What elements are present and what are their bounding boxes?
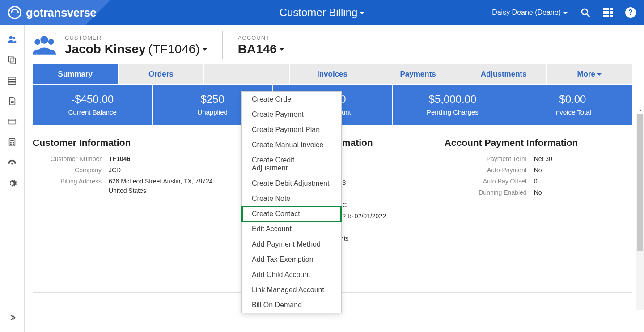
stat-card: -$450.00Current Balance	[33, 85, 153, 125]
menu-item-bill-on-demand[interactable]: Bill On Demand	[242, 298, 341, 313]
svg-rect-8	[8, 82, 16, 85]
sidebar-card-icon[interactable]	[4, 114, 20, 130]
help-icon[interactable]: ?	[625, 7, 636, 18]
tabs: SummaryOrdersInvoicesPaymentsAdjustments…	[33, 64, 632, 84]
info-value: JCD	[109, 166, 220, 175]
sidebar-settings-icon[interactable]	[4, 175, 20, 192]
stat-label: Invoice Total	[513, 108, 632, 116]
info-row: Billing Address626 McLeod Street Austin,…	[33, 177, 220, 196]
customer-label: CUSTOMER	[65, 34, 207, 41]
sidebar	[0, 25, 25, 332]
account-name-dropdown[interactable]: BA146	[238, 42, 284, 56]
info-row: Dunning EnabledNo	[445, 188, 632, 197]
info-key: Dunning Enabled	[445, 188, 534, 197]
sidebar-calculator-icon[interactable]	[4, 134, 20, 150]
caret-down-icon	[280, 48, 284, 53]
svg-point-13	[10, 142, 11, 143]
menu-item-add-child-account[interactable]: Add Child Account	[242, 267, 341, 282]
customer-info-col: Customer Information Customer NumberTF10…	[33, 137, 220, 279]
payment-info-col: Account Payment Information Payment Term…	[445, 137, 632, 279]
info-value: No	[534, 188, 632, 197]
tab-hidden[interactable]	[204, 64, 290, 84]
caret-down-icon	[359, 12, 364, 17]
info-row: CompanyJCD	[33, 166, 220, 175]
caret-down-icon	[563, 12, 568, 17]
menu-item-create-contact[interactable]: Create Contact	[242, 206, 341, 221]
info-key: Billing Address	[33, 177, 109, 196]
info-value: TF1046	[109, 154, 220, 164]
customer-name-dropdown[interactable]: Jacob Kinsey (TF1046)	[65, 42, 207, 56]
caret-down-icon	[203, 48, 207, 53]
info-row: Customer NumberTF1046	[33, 154, 220, 164]
sidebar-dashboard-icon[interactable]	[4, 155, 20, 171]
svg-point-17	[11, 163, 13, 165]
menu-item-create-note[interactable]: Create Note	[242, 191, 341, 206]
brand[interactable]: gotransverse	[0, 6, 96, 20]
tab-adjustments[interactable]: Adjustments	[461, 64, 547, 84]
customer-id: (TF1046)	[148, 42, 200, 56]
user-display: Daisy Deane (Deane)	[492, 9, 561, 17]
svg-rect-11	[9, 139, 15, 146]
svg-rect-7	[8, 80, 16, 82]
svg-point-15	[10, 144, 11, 145]
stat-card: $5,000.00Pending Charges	[393, 85, 513, 125]
scrollbar-up-icon[interactable]: ▲	[636, 106, 644, 114]
info-value: 0	[534, 177, 632, 186]
info-key: Auto-Payment	[445, 166, 534, 175]
app-title-dropdown[interactable]: Customer Billing	[280, 6, 365, 19]
menu-item-create-payment[interactable]: Create Payment	[242, 107, 341, 122]
brand-logo-icon	[8, 6, 21, 19]
svg-point-19	[34, 39, 40, 45]
account-label: ACCOUNT	[238, 34, 284, 41]
tab-more[interactable]: More	[547, 64, 632, 84]
sidebar-expand-icon[interactable]	[4, 310, 20, 326]
search-icon[interactable]	[580, 8, 590, 17]
menu-item-create-credit-adjustment[interactable]: Create Credit Adjustment	[242, 153, 341, 176]
stat-value: $5,000.00	[393, 93, 512, 106]
brand-name: gotransverse	[26, 6, 96, 20]
svg-point-0	[582, 9, 588, 15]
menu-item-create-manual-invoice[interactable]: Create Manual Invoice	[242, 137, 341, 153]
sidebar-server-icon[interactable]	[4, 72, 20, 89]
tab-summary[interactable]: Summary	[33, 64, 119, 84]
stat-label: Current Balance	[33, 108, 152, 116]
svg-point-16	[13, 144, 14, 145]
menu-item-create-order[interactable]: Create Order	[242, 92, 341, 107]
tab-orders[interactable]: Orders	[119, 64, 204, 84]
vertical-divider	[222, 31, 223, 59]
info-value: 626 McLeod Street Austin, TX, 78724 Unit…	[109, 177, 220, 196]
sidebar-copy-icon[interactable]	[4, 52, 20, 68]
menu-item-add-payment-method[interactable]: Add Payment Method	[242, 237, 341, 252]
svg-point-20	[48, 39, 54, 45]
info-key: Company	[33, 166, 109, 175]
sidebar-document-icon[interactable]	[4, 93, 20, 109]
sidebar-users-icon[interactable]	[4, 31, 20, 47]
stat-card: $0.00Invoice Total	[513, 85, 632, 125]
menu-item-add-tax-exemption[interactable]: Add Tax Exemption	[242, 252, 341, 267]
svg-line-1	[587, 14, 590, 17]
menu-item-create-debit-adjustment[interactable]: Create Debit Adjustment	[242, 176, 341, 191]
info-row: Auto-PaymentNo	[445, 166, 632, 175]
customer-name: Jacob Kinsey	[65, 42, 146, 56]
account-info-title: rmation	[339, 137, 373, 148]
menu-item-create-payment-plan[interactable]: Create Payment Plan	[242, 122, 341, 137]
main-content: CUSTOMER Jacob Kinsey (TF1046) ACCOUNT B…	[25, 25, 644, 332]
scrollbar-thumb[interactable]	[637, 114, 643, 251]
apps-grid-icon[interactable]	[603, 8, 613, 17]
info-row: Payment TermNet 30	[445, 154, 632, 164]
account-actions-menu: Create OrderCreate PaymentCreate Payment…	[242, 91, 342, 313]
tab-payments[interactable]: Payments	[375, 64, 461, 84]
info-value: Net 30	[534, 154, 632, 164]
tab-invoices[interactable]: Invoices	[290, 64, 376, 84]
info-value: No	[534, 166, 632, 175]
info-row: Auto Pay Offset0	[445, 177, 632, 186]
svg-rect-9	[8, 119, 16, 124]
app-title: Customer Billing	[280, 6, 358, 19]
svg-point-14	[13, 142, 14, 143]
user-menu[interactable]: Daisy Deane (Deane)	[492, 8, 568, 17]
menu-item-edit-account[interactable]: Edit Account	[242, 221, 341, 237]
menu-item-link-managed-account[interactable]: Link Managed Account	[242, 282, 341, 298]
vertical-scrollbar[interactable]: ▲	[636, 114, 644, 310]
account-name: BA146	[238, 42, 277, 56]
svg-rect-6	[8, 77, 16, 80]
